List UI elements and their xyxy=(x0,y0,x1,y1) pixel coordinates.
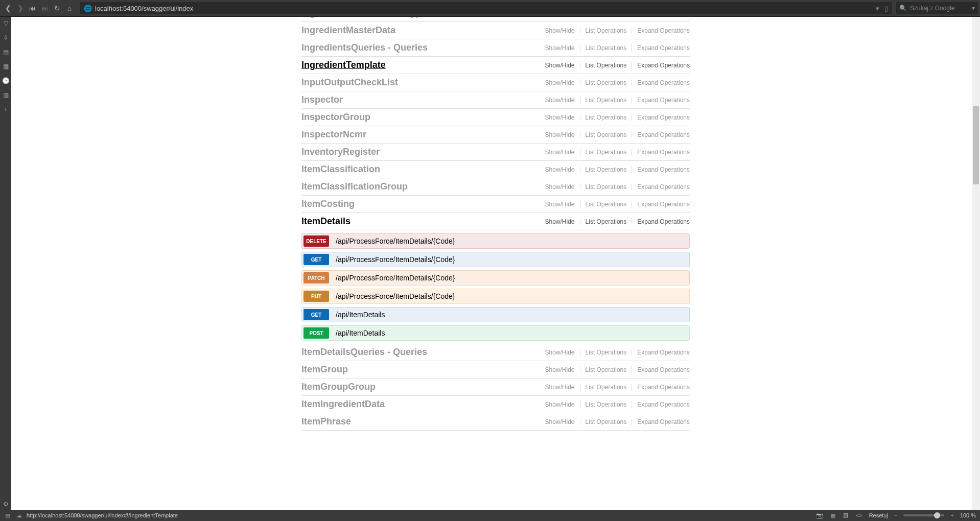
camera-icon[interactable]: 📷 xyxy=(816,512,823,519)
resource-name[interactable]: ItemDetails xyxy=(301,216,351,227)
list-operations-link[interactable]: List Operations xyxy=(580,149,633,156)
resource-name[interactable]: InventoryRegister xyxy=(301,147,380,157)
resource-name[interactable]: IngredientMasterData xyxy=(301,25,395,36)
notes-panel-icon[interactable]: ▤ xyxy=(2,49,9,56)
scrollbar-thumb[interactable] xyxy=(973,106,979,184)
url-bar[interactable]: 🌐 localhost:54000/swagger/ui/index ▾ ▯ xyxy=(80,2,892,14)
operation-path[interactable]: /api/ProcessForce/ItemDetails/{Code} xyxy=(331,234,689,248)
expand-operations-link[interactable]: Expand Operations xyxy=(632,183,690,191)
rewind-button[interactable]: ⏮ xyxy=(27,2,39,14)
show-hide-link[interactable]: Show/Hide xyxy=(540,114,580,121)
expand-operations-link[interactable]: Expand Operations xyxy=(632,131,690,138)
expand-operations-link[interactable]: Expand Operations xyxy=(632,401,690,408)
operation-path[interactable]: /api/ProcessForce/ItemDetails/{Code} xyxy=(331,289,689,303)
back-button[interactable]: ❮ xyxy=(2,2,14,14)
show-hide-link[interactable]: Show/Hide xyxy=(540,401,580,408)
expand-operations-link[interactable]: Expand Operations xyxy=(632,384,690,391)
list-operations-link[interactable]: List Operations xyxy=(580,201,633,208)
forward-button[interactable]: ❯ xyxy=(14,2,27,14)
show-hide-link[interactable]: Show/Hide xyxy=(540,79,580,86)
operation-path[interactable]: /api/ProcessForce/ItemDetails/{Code} xyxy=(331,271,689,285)
show-hide-link[interactable]: Show/Hide xyxy=(540,97,580,104)
operation-row[interactable]: POST/api/ItemDetails xyxy=(301,325,690,341)
show-hide-link[interactable]: Show/Hide xyxy=(540,183,580,191)
resource-name[interactable]: ItemClassificationGroup xyxy=(301,181,408,192)
list-operations-link[interactable]: List Operations xyxy=(580,384,633,391)
resource-name[interactable]: ItemDetailsQueries - Queries xyxy=(301,347,427,358)
status-cloud-icon[interactable]: ☁ xyxy=(15,512,22,519)
resource-name[interactable]: IngredientsQueries - Queries xyxy=(301,42,428,53)
operation-path[interactable]: /api/ProcessForce/ItemDetails/{Code} xyxy=(331,252,689,267)
code-icon[interactable]: <> xyxy=(856,512,863,519)
resource-name[interactable]: InputOutputCheckList xyxy=(301,77,398,88)
zoom-slider-thumb[interactable] xyxy=(934,512,940,518)
list-operations-link[interactable]: List Operations xyxy=(580,114,633,121)
resource-name[interactable]: ItemGroupGroup xyxy=(301,382,376,392)
tile-icon[interactable]: ▦ xyxy=(829,512,836,519)
show-hide-link[interactable]: Show/Hide xyxy=(540,44,580,52)
reload-button[interactable]: ↻ xyxy=(51,2,63,14)
settings-icon[interactable]: ⚙ xyxy=(2,501,9,508)
bookmark-icon[interactable]: ▯ xyxy=(884,5,888,12)
expand-operations-link[interactable]: Expand Operations xyxy=(632,62,690,69)
search-box[interactable]: 🔍 Szukaj z Google ▾ xyxy=(896,2,978,14)
extensions-panel-icon[interactable]: ▥ xyxy=(2,91,9,99)
resource-name[interactable]: IngredientTemplate xyxy=(301,60,386,70)
operation-path[interactable]: /api/ItemDetails xyxy=(331,326,689,340)
expand-operations-link[interactable]: Expand Operations xyxy=(632,349,690,356)
show-hide-link[interactable]: Show/Hide xyxy=(540,366,580,373)
show-hide-link[interactable]: Show/Hide xyxy=(540,27,580,34)
expand-operations-link[interactable]: Expand Operations xyxy=(632,44,690,52)
fast-forward-button[interactable]: ⏭ xyxy=(39,2,51,14)
list-operations-link[interactable]: List Operations xyxy=(580,401,633,408)
image-icon[interactable]: 🖼 xyxy=(843,512,850,519)
expand-operations-link[interactable]: Expand Operations xyxy=(632,79,690,86)
show-hide-link[interactable]: Show/Hide xyxy=(540,201,580,208)
expand-operations-link[interactable]: Expand Operations xyxy=(632,27,690,34)
show-hide-link[interactable]: Show/Hide xyxy=(540,62,580,69)
show-hide-link[interactable]: Show/Hide xyxy=(540,131,580,138)
resource-name[interactable]: IngredientClassificationType xyxy=(301,17,427,18)
list-operations-link[interactable]: List Operations xyxy=(580,366,633,373)
resource-name[interactable]: ItemIngredientData xyxy=(301,399,385,410)
show-hide-link[interactable]: Show/Hide xyxy=(540,166,580,173)
show-hide-link[interactable]: Show/Hide xyxy=(540,218,580,225)
list-operations-link[interactable]: List Operations xyxy=(580,97,633,104)
list-operations-link[interactable]: List Operations xyxy=(580,131,633,138)
show-hide-link[interactable]: Show/Hide xyxy=(540,149,580,156)
scrollbar[interactable] xyxy=(972,17,980,510)
resource-name[interactable]: ItemPhrase xyxy=(301,416,351,427)
list-operations-link[interactable]: List Operations xyxy=(580,349,633,356)
zoom-out-icon[interactable]: − xyxy=(894,512,897,518)
list-operations-link[interactable]: List Operations xyxy=(580,166,633,173)
expand-operations-link[interactable]: Expand Operations xyxy=(632,97,690,104)
show-hide-link[interactable]: Show/Hide xyxy=(540,418,580,425)
list-operations-link[interactable]: List Operations xyxy=(580,62,633,69)
status-dock-icon[interactable]: ▤ xyxy=(4,512,11,519)
operation-row[interactable]: GET/api/ItemDetails xyxy=(301,307,690,322)
zoom-reset[interactable]: Resetuj xyxy=(869,512,888,518)
resource-name[interactable]: ItemCosting xyxy=(301,199,355,209)
operation-row[interactable]: DELETE/api/ProcessForce/ItemDetails/{Cod… xyxy=(301,233,690,249)
operation-row[interactable]: PATCH/api/ProcessForce/ItemDetails/{Code… xyxy=(301,270,690,286)
show-hide-link[interactable]: Show/Hide xyxy=(540,349,580,356)
zoom-slider[interactable] xyxy=(903,514,944,516)
list-operations-link[interactable]: List Operations xyxy=(580,44,633,52)
list-operations-link[interactable]: List Operations xyxy=(580,218,633,225)
expand-operations-link[interactable]: Expand Operations xyxy=(632,418,690,425)
operation-row[interactable]: PUT/api/ProcessForce/ItemDetails/{Code} xyxy=(301,289,690,304)
resource-name[interactable]: ItemClassification xyxy=(301,164,380,175)
dropdown-icon[interactable]: ▾ xyxy=(876,5,879,12)
operation-path[interactable]: /api/ItemDetails xyxy=(331,307,689,322)
list-operations-link[interactable]: List Operations xyxy=(580,418,633,425)
bookmark-panel-icon[interactable]: ▽ xyxy=(2,20,9,27)
list-operations-link[interactable]: List Operations xyxy=(580,183,633,191)
history-panel-icon[interactable]: 🕑 xyxy=(2,77,9,84)
add-panel-icon[interactable]: + xyxy=(2,106,9,113)
expand-operations-link[interactable]: Expand Operations xyxy=(632,149,690,156)
show-hide-link[interactable]: Show/Hide xyxy=(540,384,580,391)
resource-name[interactable]: InspectorNcmr xyxy=(301,129,366,140)
expand-operations-link[interactable]: Expand Operations xyxy=(632,166,690,173)
resource-name[interactable]: InspectorGroup xyxy=(301,112,370,123)
expand-operations-link[interactable]: Expand Operations xyxy=(632,218,690,225)
